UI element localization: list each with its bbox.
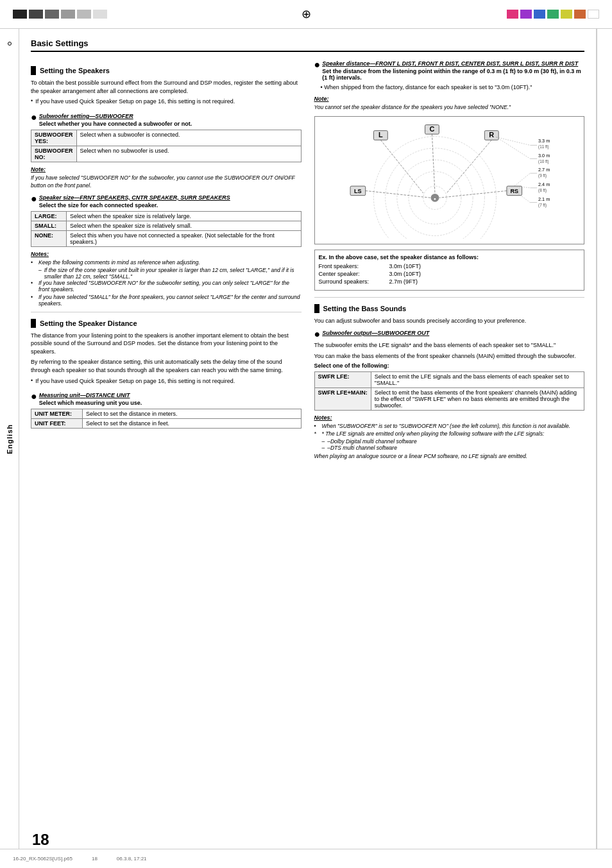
swfr-lfe-main-val: Select to emit the bass elements of the … xyxy=(371,388,584,411)
page-number: 18 xyxy=(32,831,49,849)
speaker-dist-row: ● Speaker distance—FRONT L DIST, FRONT R… xyxy=(314,60,585,81)
swfr-lfe-main-row: SWFR LFE+MAIN: Select to emit the bass e… xyxy=(314,388,584,411)
unit-meter-val: Select to set the distance in meters. xyxy=(83,409,302,419)
unit-meter-label: UNIT METER: xyxy=(31,409,83,419)
svg-point-3 xyxy=(385,148,484,239)
language-sidebar: English xyxy=(0,29,19,849)
svg-text:2.4 m: 2.4 m xyxy=(538,182,550,188)
two-column-layout: Setting the Speakers To obtain the best … xyxy=(31,60,584,464)
example-front-val: 3.0m (10FT) xyxy=(389,263,421,269)
none-val: Select this when you have not connected … xyxy=(67,230,302,246)
speaker-size-bold: Select the size for each connected speak… xyxy=(39,202,230,208)
unit-meter-row: UNIT METER: Select to set the distance i… xyxy=(31,409,302,419)
svg-text:RS: RS xyxy=(510,189,518,195)
svg-text:3.3 m: 3.3 m xyxy=(538,138,550,144)
sidebar-dot xyxy=(8,42,12,46)
bass-note2: * * The LFE signals are emitted only whe… xyxy=(314,430,585,437)
compass-icon: ⊕ xyxy=(302,8,311,21)
dist-factory-note: • When shipped from the factory, distanc… xyxy=(321,83,585,92)
svg-line-12 xyxy=(432,135,435,194)
divider1 xyxy=(31,312,302,312)
section-bar-icon-2 xyxy=(31,319,36,328)
diagram-svg: ● L C xyxy=(320,122,579,239)
note1-text: If you have selected "SUBWOOFER NO" for … xyxy=(31,174,302,190)
svg-point-4 xyxy=(373,137,496,239)
svg-text:3.0 m: 3.0 m xyxy=(538,153,550,158)
bass-note1: • When "SUBWOOFER" is set to "SUBWOOFER … xyxy=(314,423,585,429)
note-dash-1: – xyxy=(38,267,42,280)
svg-text:(7 ft): (7 ft) xyxy=(538,203,547,208)
color-5 xyxy=(561,10,572,19)
speaker-size-row: ● Speaker size—FRNT SPEAKERS, CNTR SPEAK… xyxy=(31,194,302,208)
block-3 xyxy=(45,10,59,19)
block-4 xyxy=(61,10,75,19)
dist-note-label: Note: xyxy=(314,96,585,102)
section-bar-icon xyxy=(31,66,36,75)
dist-label: Speaker distance xyxy=(322,60,370,67)
subwoofer-bullet-dot: ● xyxy=(31,112,37,123)
bullet-dot: • xyxy=(31,98,33,104)
speakers-bullet1-text: If you have used Quick Speaker Setup on … xyxy=(35,98,235,106)
color-7 xyxy=(588,10,599,19)
distance-header-text: Setting the Speaker Distance xyxy=(40,319,137,327)
example-row-front: Front speakers: 3.0m (10FT) xyxy=(319,263,581,269)
block-1 xyxy=(13,10,27,19)
subwoofer-table: SUBWOOFER YES: Select when a subwoofer i… xyxy=(31,130,302,162)
svg-text:2.1 m: 2.1 m xyxy=(538,196,550,202)
dist-bullet-dot: • xyxy=(31,377,33,384)
top-bar-right-blocks xyxy=(507,10,599,19)
bass-note-sub1: – –Dolby Digital multi channel software xyxy=(322,438,585,445)
bass-last-note: When playing an analogue source or a lin… xyxy=(314,453,585,461)
swfr-lfe-label: SWFR LFE: xyxy=(314,372,371,388)
speaker-size-content: Speaker size—FRNT SPEAKERS, CNTR SPEAKER… xyxy=(39,194,230,208)
note1-label: Note: xyxy=(31,166,302,173)
example-surround-key: Surround speakers: xyxy=(319,278,383,285)
block-5 xyxy=(77,10,91,19)
bass-notes: Notes: • When "SUBWOOFER" is set to "SUB… xyxy=(314,414,585,461)
speaker-size-italic: FRNT SPEAKERS, CNTR SPEAKER, SURR SPEAKE… xyxy=(80,194,230,201)
example-center-key: Center speaker: xyxy=(319,271,383,277)
note2-subtext1: If the size of the cone speaker unit bui… xyxy=(44,267,302,280)
distance-bullet1-text: If you have used Quick Speaker Setup on … xyxy=(35,377,235,386)
measuring-bold: Select which measuring unit you use. xyxy=(39,400,142,406)
divider2 xyxy=(314,297,585,298)
speakers-section-header: Setting the Speakers xyxy=(31,66,302,75)
swfr-lfe-main-label: SWFR LFE+MAIN: xyxy=(314,388,371,411)
note-bullet-3: • xyxy=(31,294,36,307)
swfr-table: SWFR LFE: Select to emit the LFE signals… xyxy=(314,371,585,411)
bass-sub-dash-2: – xyxy=(322,445,325,451)
measuring-bullet: ● xyxy=(31,391,37,402)
subwoofer-italic: SUBWOOFER xyxy=(95,113,133,119)
unit-table: UNIT METER: Select to set the distance i… xyxy=(31,409,302,429)
unit-feet-val: Select to set the distance in feet. xyxy=(83,419,302,429)
distance-intro1: The distance from your listening point t… xyxy=(31,332,302,356)
color-3 xyxy=(534,10,545,19)
measuring-unit-row: ● Measuring unit—DISTANCE UNIT Select wh… xyxy=(31,391,302,406)
color-2 xyxy=(520,10,532,19)
block-2 xyxy=(29,10,43,19)
distance-bullet1: • If you have used Quick Speaker Setup o… xyxy=(31,377,302,388)
subwoofer-yes-val: Select when a subwoofer is connected. xyxy=(76,130,301,146)
small-row: SMALL: Select when the speaker size is r… xyxy=(31,221,302,230)
example-row-center: Center speaker: 3.0m (10FT) xyxy=(319,271,581,277)
section-bar-icon-3 xyxy=(314,304,319,313)
select-label: Select one of the following: xyxy=(314,362,585,369)
swfr-lfe-val: Select to emit the LFE signals and the b… xyxy=(371,372,584,388)
subwoofer-out-bullet: ● xyxy=(314,329,321,339)
svg-text:(9 ft): (9 ft) xyxy=(538,174,547,179)
note2-text3: If you have selected "SMALL" for the fro… xyxy=(38,294,302,307)
svg-line-38 xyxy=(496,137,530,159)
speakers-header-text: Setting the Speakers xyxy=(40,67,110,74)
subwoofer-note: Note: If you have selected "SUBWOOFER NO… xyxy=(31,166,302,190)
subwoofer-yes-label: SUBWOOFER YES: xyxy=(31,130,77,146)
dist-note-text: You cannot set the speaker distance for … xyxy=(314,104,585,112)
dist-factory-text: When shipped from the factory, distance … xyxy=(324,84,532,90)
small-val: Select when the speaker size is relative… xyxy=(67,221,302,230)
bass-note2-text: * The LFE signals are emitted only when … xyxy=(322,430,545,437)
note-bullet-2: • xyxy=(31,280,36,293)
none-row: NONE: Select this when you have not conn… xyxy=(31,230,302,246)
small-label: SMALL: xyxy=(31,221,67,230)
language-label: English xyxy=(6,424,13,454)
bass-sub-dash-1: – xyxy=(322,438,325,445)
example-center-val: 3.0m (10FT) xyxy=(389,271,421,277)
